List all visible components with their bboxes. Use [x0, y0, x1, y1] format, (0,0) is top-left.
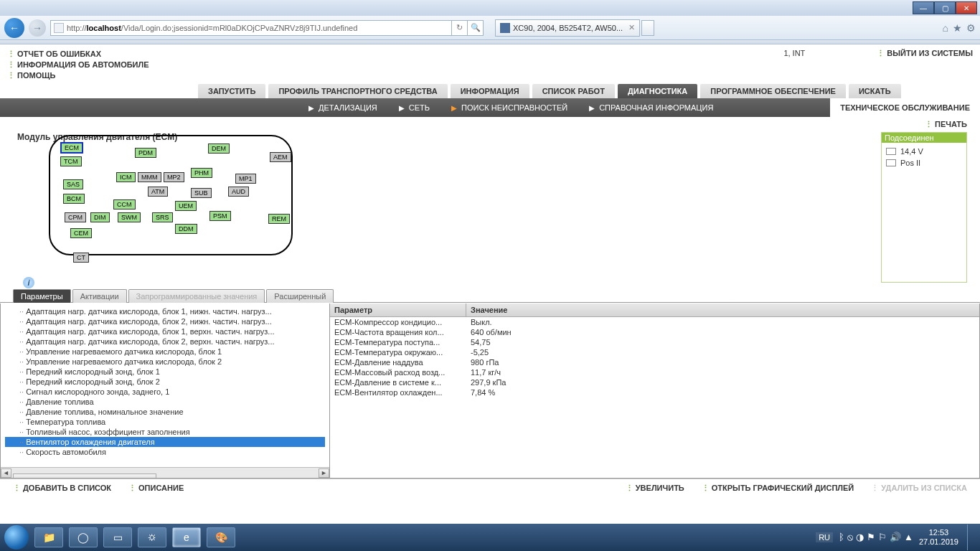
tree-item[interactable]: Адаптация нагр. датчика кислорода, блок …: [5, 326, 325, 336]
scroll-thumb[interactable]: [13, 474, 156, 479]
node-ct[interactable]: CT: [73, 253, 89, 263]
scroll-right-arrow[interactable]: ►: [319, 468, 329, 478]
tray-cancel-icon[interactable]: ⦸: [847, 532, 853, 543]
value-row[interactable]: ECM-Частота вращения кол...640 об/мин: [330, 327, 979, 337]
taskbar-ie-icon[interactable]: e: [172, 527, 201, 547]
node-srs[interactable]: SRS: [152, 212, 173, 222]
tab-software[interactable]: ПРОГРАММНОЕ ОБЕСПЕЧЕНИЕ: [700, 84, 846, 98]
tree-item[interactable]: Адаптация нагр. датчика кислорода, блок …: [5, 316, 325, 326]
value-row[interactable]: ECM-Давление в системе к...297,9 кПа: [330, 377, 979, 387]
tree-item[interactable]: Адаптация нагр. датчика кислорода, блок …: [5, 306, 325, 316]
favorites-icon[interactable]: ★: [953, 22, 962, 34]
home-icon[interactable]: ⌂: [943, 22, 948, 34]
btn-open-graphic[interactable]: ОТКРЫТЬ ГРАФИЧЕСКИЙ ДИСПЛЕЙ: [702, 484, 854, 493]
node-tcm[interactable]: TCM: [60, 156, 82, 166]
ltab-parameters[interactable]: Параметры: [13, 289, 71, 303]
taskbar-chrome-icon[interactable]: ◯: [69, 527, 98, 547]
logout-link[interactable]: ВЫЙТИ ИЗ СИСТЕМЫ: [877, 49, 973, 58]
node-swm[interactable]: SWM: [118, 212, 141, 222]
address-bar[interactable]: http://localhost/Vida/Login.do;jsessioni…: [50, 20, 452, 36]
tree-item[interactable]: Адаптация нагр. датчика кислорода, блок …: [5, 336, 325, 347]
language-indicator[interactable]: RU: [816, 532, 833, 542]
link-error-report[interactable]: ОТЧЕТ ОБ ОШИБКАХ: [7, 49, 194, 60]
tab-information[interactable]: ИНФОРМАЦИЯ: [451, 84, 529, 98]
subnav-reference[interactable]: ▶СПРАВОЧНАЯ ИНФОРМАЦИЯ: [589, 103, 713, 112]
tray-network-icon[interactable]: ◑: [856, 532, 864, 543]
tree-item[interactable]: Вентилятор охлаждения двигателя: [5, 437, 325, 447]
value-row[interactable]: ECM-Температура поступа...54,75: [330, 337, 979, 347]
node-cpm[interactable]: CPM: [65, 212, 86, 222]
browser-tab[interactable]: XC90, 2004, B5254T2, AW50... ✕: [495, 19, 640, 37]
tree-item[interactable]: Давление топлива, номинальное значение: [5, 407, 325, 417]
tree-item[interactable]: Давление топлива: [5, 397, 325, 407]
node-aud[interactable]: AUD: [228, 187, 249, 197]
tray-bluetooth-icon[interactable]: ᛒ: [839, 532, 844, 543]
tray-shield-icon[interactable]: ⚑: [867, 532, 875, 543]
subnav-network[interactable]: ▶СЕТЬ: [399, 103, 430, 112]
taskbar-app2-icon[interactable]: ⛭: [138, 527, 166, 547]
value-row[interactable]: ECM-Массовый расход возд...11,7 кг/ч: [330, 367, 979, 377]
tree-item[interactable]: Температура топлива: [5, 417, 325, 427]
forward-button[interactable]: →: [29, 19, 46, 37]
tray-volume-icon[interactable]: 🔊: [890, 532, 901, 543]
refresh-button[interactable]: ↻: [452, 20, 468, 36]
new-tab-button[interactable]: [641, 20, 654, 36]
tray-flag-icon[interactable]: ⚐: [878, 532, 887, 543]
ltab-extended[interactable]: Расширенный: [266, 289, 334, 303]
node-ecm[interactable]: ECM: [60, 142, 83, 154]
node-ccm[interactable]: CCM: [113, 199, 136, 209]
taskbar-paint-icon[interactable]: 🎨: [207, 527, 235, 547]
value-row[interactable]: ECM-Компрессор кондицио...Выкл.: [330, 317, 979, 327]
node-rem[interactable]: REM: [268, 214, 290, 224]
info-icon[interactable]: i: [23, 277, 34, 288]
subnav-fault-trace[interactable]: ▶ПОИСК НЕИСПРАВНОСТЕЙ: [451, 103, 567, 112]
print-link[interactable]: ПЕЧАТЬ: [925, 120, 967, 129]
node-mp1[interactable]: MP1: [235, 174, 256, 184]
horizontal-scrollbar[interactable]: ◄ ►: [1, 467, 329, 478]
tab-close-icon[interactable]: ✕: [628, 23, 635, 32]
show-desktop-button[interactable]: [967, 524, 976, 550]
link-vehicle-info[interactable]: ИНФОРМАЦИЯ ОБ АВТОМОБИЛЕ: [7, 60, 194, 70]
start-button[interactable]: [4, 525, 29, 550]
node-pdm[interactable]: PDM: [135, 148, 156, 158]
window-maximize-button[interactable]: ▢: [934, 1, 956, 14]
node-phm[interactable]: PHM: [191, 168, 212, 178]
node-sub[interactable]: SUB: [191, 188, 212, 198]
tray-chevron-icon[interactable]: ▲: [904, 532, 913, 543]
btn-zoom[interactable]: УВЕЛИЧИТЬ: [626, 484, 684, 493]
window-minimize-button[interactable]: —: [913, 1, 934, 14]
tree-item[interactable]: Управление нагреваемого датчика кислород…: [5, 347, 325, 357]
tab-start[interactable]: ЗАПУСТИТЬ: [198, 84, 265, 98]
tree-item[interactable]: Управление нагреваемого датчика кислород…: [5, 357, 325, 367]
btn-description[interactable]: ОПИСАНИЕ: [128, 484, 184, 493]
scroll-left-arrow[interactable]: ◄: [1, 468, 11, 478]
ltab-activations[interactable]: Активации: [72, 289, 127, 303]
tray-clock[interactable]: 12:53 27.01.2019: [919, 528, 958, 547]
node-sas[interactable]: SAS: [63, 179, 83, 189]
node-psm[interactable]: PSM: [209, 211, 231, 221]
tab-search[interactable]: ИСКАТЬ: [849, 84, 901, 98]
tree-item[interactable]: Сигнал кислородного зонда, заднего, 1: [5, 387, 325, 397]
tools-icon[interactable]: ⚙: [966, 22, 976, 34]
node-dem[interactable]: DEM: [208, 143, 230, 154]
col-value[interactable]: Значение: [466, 303, 979, 316]
tree-item[interactable]: Топливный насос, коэффициент заполнения: [5, 427, 325, 437]
tab-diagnostics[interactable]: ДИАГНОСТИКА: [618, 84, 697, 98]
tab-vehicle-profile[interactable]: ПРОФИЛЬ ТРАНСПОРТНОГО СРЕДСТВА: [268, 84, 447, 98]
node-bcm[interactable]: BCM: [63, 194, 85, 204]
node-cem[interactable]: CEM: [70, 228, 92, 238]
tree-item[interactable]: Передний кислородный зонд, блок 1: [5, 367, 325, 377]
value-row[interactable]: ECM-Давление наддува980 гПа: [330, 357, 979, 367]
taskbar-explorer-icon[interactable]: 📁: [34, 527, 63, 547]
search-button[interactable]: 🔍: [468, 20, 484, 36]
node-icm[interactable]: ICM: [116, 172, 136, 182]
value-row[interactable]: ECM-Вентилятор охлажден...7,84 %: [330, 387, 979, 397]
node-uem[interactable]: UEM: [175, 201, 197, 211]
taskbar-app1-icon[interactable]: ▭: [103, 527, 132, 547]
node-aem[interactable]: AEM: [270, 152, 291, 162]
subnav-detail[interactable]: ▶ДЕТАЛИЗАЦИЯ: [308, 103, 377, 112]
window-close-button[interactable]: ✕: [956, 1, 977, 14]
node-atm[interactable]: ATM: [148, 187, 168, 197]
subnav-maintenance[interactable]: ТЕХНИЧЕСКОЕ ОБСЛУЖИВАНИЕ: [830, 98, 980, 117]
btn-add-to-list[interactable]: ДОБАВИТЬ В СПИСОК: [13, 484, 111, 493]
